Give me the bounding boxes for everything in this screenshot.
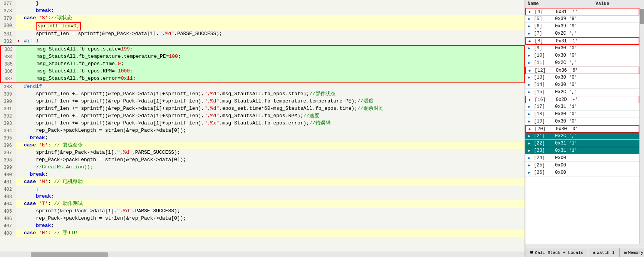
var-value: 0x30 '0' [553,75,639,80]
var-type-icon: ◆ [526,97,533,102]
var-value: 0x2C ',' [553,31,639,36]
var-index: [26] [532,170,553,175]
var-type-icon: ◆ [525,31,532,36]
var-row[interactable]: ◆[18]0x30 '0' [525,111,639,118]
var-row[interactable]: ◆[6]0x39 '9' [525,23,639,30]
code-row: 381 sprintf_len = sprintf(&rep_Pack->dat… [0,30,525,38]
var-row[interactable]: ◆[15]0x2C ',' [525,89,639,96]
var-row[interactable]: ◆[24]0x00 [525,155,639,162]
var-type-icon: ◆ [525,119,532,124]
var-row[interactable]: ◆[11]0x2C ',' [525,59,639,67]
code-row: 400 break; [0,171,525,178]
var-row[interactable]: ◆[23]0x31 '1' [525,147,639,155]
line-number: 378 [0,7,15,15]
code-line-content: break; [22,7,525,14]
code-line-content: break; [22,171,525,178]
breakpoint-col[interactable]: ◆ [15,38,22,45]
value-col-header: Value [595,1,642,7]
var-type-icon: ◆ [525,17,532,21]
var-row[interactable]: ◆[5]0x39 '9' [525,15,639,23]
tab-icon: ▦ [624,250,627,255]
line-number: 407 [0,222,15,230]
line-number: 388 [0,83,15,91]
line-number: 394 [0,127,15,134]
code-line-content: rep_Pack->packLength = strlen(&rep_Pack-… [22,215,525,222]
code-line-content: msg_StautsAll.fb_epos.error=0x11; [22,75,524,82]
line-number: 391 [0,105,15,113]
var-row[interactable]: ◆[22]0x31 '1' [525,140,639,147]
code-line-content: sprintf_len += sprintf((&rep_Pack->data[… [22,120,525,127]
var-value: 0x30 '0' [553,119,639,124]
code-row: 408case 'H': // 手TIP [0,230,525,237]
code-row: 402 ; [0,186,525,193]
var-index: [20] [533,126,554,132]
var-row[interactable]: ◆[13]0x30 '0' [525,74,639,81]
tab-label: Watch 1 [597,250,614,255]
var-row[interactable]: ◆[12]0x36 '6' [525,67,639,74]
line-number: 383 [1,46,16,53]
code-line-content: sprintf_len += sprintf((&rep_Pack->data[… [22,98,525,105]
var-row[interactable]: ◆[16]0x2D '-' [525,96,639,103]
code-row: 384 msg_StautsAll.fb_temperature.tempera… [0,53,525,60]
var-row[interactable]: ◆[7]0x2C ',' [525,30,639,37]
var-type-icon: ◆ [525,24,532,29]
code-row: 397 sprintf(&rep_Pack->data[1],",%d",PAR… [0,149,525,156]
var-row[interactable]: ◆[19]0x30 '0' [525,118,639,125]
code-line-content: sprintf_len=0; [22,22,525,30]
var-row[interactable]: ◆[21]0x2C ',' [525,133,639,140]
code-line-content: #endif [22,83,525,90]
var-value: 0x30 '0' [553,82,639,87]
var-row[interactable]: ◆[9]0x30 '0' [525,45,639,52]
var-index: [16] [533,97,554,102]
code-row: 406 rep_Pack->packLength = strlen(&rep_P… [0,215,525,222]
var-row[interactable]: ◆[26]0x00 [525,169,639,176]
code-line-content: rep_Pack->packLength = strlen(&rep_Pack-… [22,127,525,134]
bottom-tab[interactable]: ◉Watch 1 [588,248,619,257]
line-number: 396 [0,142,15,149]
name-col-header: Name [528,1,595,7]
bottom-tab[interactable]: ☰Call Stack + Locals [525,248,588,257]
h-scroll-thumb[interactable] [31,252,108,257]
code-line-content: sprintf(&rep_Pack->data[1],",%d",PARSE_S… [22,208,525,215]
code-line-content: case 'E': // 复位命令 [22,142,525,149]
code-row: 403 break; [0,193,525,200]
var-type-icon: ◆ [525,75,532,80]
var-type-icon: ◆ [525,90,532,94]
var-type-icon: ◆ [526,68,533,73]
code-line-content: sprintf_len += sprintf((&rep_Pack->data[… [22,113,525,119]
var-row[interactable]: ◆[25]0x00 [525,162,639,169]
var-type-icon: ◆ [525,112,532,116]
code-area[interactable]: 377 }378 break;379case 'S'://读状态380 spri… [0,0,525,252]
var-index: [23] [532,148,553,153]
code-line-content: case 'H': // 手TIP [22,230,525,237]
code-row: 404case 'T': // 动作测试 [0,200,525,208]
bottom-tab[interactable]: ▦Memory 2 [620,248,644,257]
line-number: 404 [0,200,15,208]
var-index: [10] [532,53,553,58]
var-index: [21] [532,133,553,139]
var-row[interactable]: ◆[4]0x31 '1' [525,8,639,15]
var-value: 0x31 '1' [553,141,639,146]
var-value: 0x39 '9' [553,16,639,22]
var-value: 0x2C ',' [553,133,639,139]
vars-body[interactable]: ◆[4]0x31 '1'◆[5]0x39 '9'◆[6]0x39 '9'◆[7]… [525,8,639,244]
var-value: 0x30 '0' [553,111,639,117]
code-row: 380 sprintf_len=0; [0,22,525,30]
var-index: [22] [532,141,553,146]
var-row[interactable]: ◆[8]0x31 '1' [525,37,639,45]
vars-header: Name Value [525,0,644,8]
vars-hscroll[interactable] [525,244,644,248]
code-row: 405 sprintf(&rep_Pack->data[1],",%d",PAR… [0,208,525,215]
var-row[interactable]: ◆[17]0x31 '1' [525,103,639,111]
line-number: 377 [0,0,15,7]
var-row[interactable]: ◆[20]0x30 '0' [525,125,639,133]
horizontal-scrollbar[interactable] [0,252,525,257]
code-row: 383 msg_StautsAll.fb_epos.state=199; [0,45,525,53]
var-value: 0x30 '0' [553,45,639,51]
var-index: [8] [533,39,554,44]
var-row[interactable]: ◆[14]0x30 '0' [525,81,639,89]
var-row[interactable]: ◆[10]0x30 '0' [525,52,639,59]
var-type-icon: ◆ [525,148,532,153]
var-value: 0x30 '0' [553,53,639,58]
code-line-content: break; [22,222,525,229]
